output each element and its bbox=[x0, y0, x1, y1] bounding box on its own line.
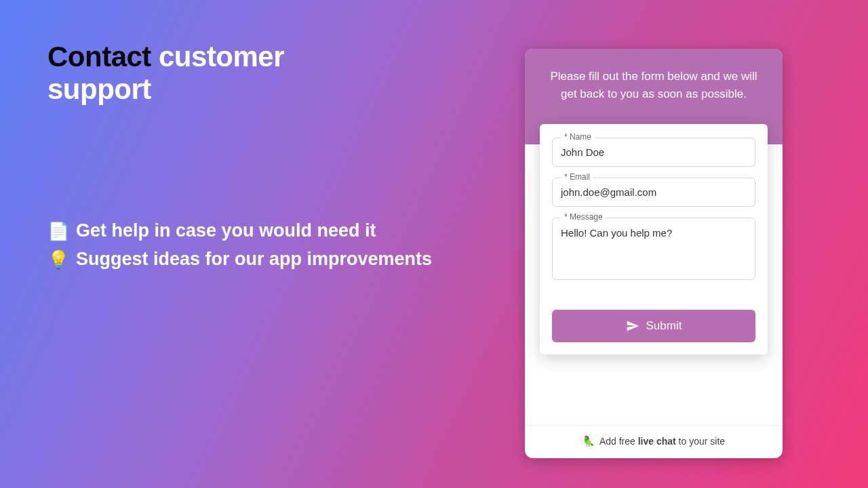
lightbulb-icon: 💡 bbox=[47, 246, 69, 273]
field-email: * Email bbox=[552, 178, 755, 207]
bullet-help: 📄 Get help in case you would need it bbox=[47, 217, 432, 245]
submit-button[interactable]: Submit bbox=[552, 310, 755, 342]
name-label: * Name bbox=[561, 132, 594, 142]
send-icon bbox=[626, 319, 639, 333]
field-message: * Message Hello! Can you help me? bbox=[552, 218, 755, 283]
email-label: * Email bbox=[561, 172, 593, 182]
submit-label: Submit bbox=[646, 319, 682, 333]
page-title: Contact customer support bbox=[47, 41, 380, 106]
feature-bullets: 📄 Get help in case you would need it 💡 S… bbox=[47, 217, 432, 274]
name-input[interactable] bbox=[552, 138, 755, 167]
bullet-suggest: 💡 Suggest ideas for our app improvements bbox=[47, 245, 432, 274]
form-panel: * Name * Email * Message Hello! Can you … bbox=[540, 124, 768, 354]
field-name: * Name bbox=[552, 138, 755, 167]
title-dark: Contact bbox=[47, 41, 151, 73]
contact-card: Please fill out the form below and we wi… bbox=[525, 49, 783, 458]
message-label: * Message bbox=[561, 212, 606, 222]
card-footer[interactable]: 🦜 Add free live chat to your site bbox=[525, 425, 783, 458]
email-input[interactable] bbox=[552, 178, 755, 207]
parrot-icon: 🦜 bbox=[583, 435, 595, 447]
message-input[interactable]: Hello! Can you help me? bbox=[552, 218, 755, 280]
footer-text: Add free live chat to your site bbox=[599, 436, 725, 447]
bullet-help-text: Get help in case you would need it bbox=[76, 217, 376, 245]
document-icon: 📄 bbox=[47, 218, 69, 245]
bullet-suggest-text: Suggest ideas for our app improvements bbox=[76, 245, 432, 274]
card-body: * Name * Email * Message Hello! Can you … bbox=[525, 144, 783, 425]
